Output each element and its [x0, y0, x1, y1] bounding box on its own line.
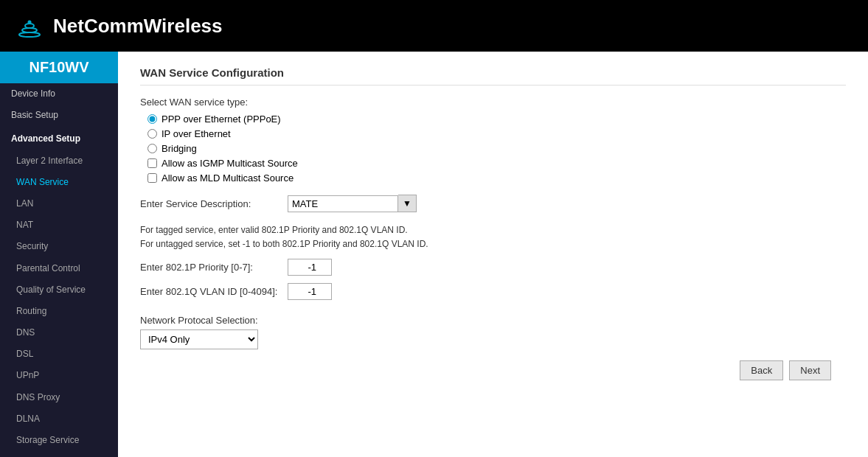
sidebar-item-layer2-interface[interactable]: Layer 2 Interface — [0, 150, 118, 172]
radio-bridging-row: Bridging — [147, 143, 846, 154]
netcomm-logo-icon — [15, 11, 44, 41]
radio-pppoe-label: PPP over Ethernet (PPPoE) — [162, 114, 281, 125]
radio-bridging-label: Bridging — [162, 143, 197, 154]
header: NetCommWireless — [0, 0, 868, 52]
sidebar-item-lan[interactable]: LAN — [0, 193, 118, 214]
sidebar-item-dns-proxy[interactable]: DNS Proxy — [0, 387, 118, 408]
content-inner: WAN Service Configuration Select WAN ser… — [118, 52, 868, 457]
back-button[interactable]: Back — [740, 360, 783, 380]
radio-group: PPP over Ethernet (PPPoE) IP over Ethern… — [147, 114, 846, 184]
info-text: For tagged service, enter valid 802.1P P… — [140, 223, 846, 251]
checkbox-igmp-label: Allow as IGMP Multicast Source — [162, 158, 298, 169]
radio-pppoe[interactable] — [147, 114, 157, 124]
wan-service-type-label: Select WAN service type: — [140, 97, 846, 108]
checkbox-mld-row: Allow as MLD Multicast Source — [147, 172, 846, 184]
wan-service-type-section: Select WAN service type: PPP over Ethern… — [140, 97, 846, 184]
network-protocol-section: Network Protocal Selection: IPv4 Only IP… — [140, 315, 846, 349]
radio-ipoe[interactable] — [147, 129, 157, 139]
content-area: WAN Service Configuration Select WAN ser… — [118, 52, 868, 457]
radio-ipoe-label: IP over Ethernet — [162, 128, 231, 139]
priority-input[interactable] — [288, 259, 332, 276]
priority-row: Enter 802.1P Priority [0-7]: — [140, 259, 846, 276]
logo-text: NetCommWireless — [53, 15, 223, 38]
device-name: NF10WV — [0, 52, 118, 83]
sidebar-item-routing[interactable]: Routing — [0, 301, 118, 322]
network-protocol-select[interactable]: IPv4 Only IPv6 Only IPv4 and IPv6 — [140, 329, 258, 349]
sidebar-item-nat[interactable]: NAT — [0, 214, 118, 236]
service-description-icon-btn[interactable]: ▼ — [398, 195, 417, 212]
sidebar-item-dsl[interactable]: DSL — [0, 343, 118, 365]
radio-ipoe-row: IP over Ethernet — [147, 128, 846, 139]
sidebar-item-dlna[interactable]: DLNA — [0, 408, 118, 430]
sidebar-item-device-info[interactable]: Device Info — [0, 83, 118, 105]
next-button[interactable]: Next — [789, 360, 831, 380]
vlan-input[interactable] — [288, 283, 332, 300]
page-title: WAN Service Configuration — [140, 66, 846, 86]
sidebar-item-dns[interactable]: DNS — [0, 322, 118, 343]
sidebar-item-advanced-setup[interactable]: Advanced Setup — [0, 126, 118, 150]
main-layout: NF10WV Device Info Basic Setup Advanced … — [0, 52, 868, 457]
checkbox-mld[interactable] — [147, 173, 157, 183]
service-description-input-wrapper: MATE ▼ — [288, 195, 417, 212]
service-description-input[interactable]: MATE — [288, 195, 398, 212]
radio-bridging[interactable] — [147, 144, 157, 153]
vlan-row: Enter 802.1Q VLAN ID [0-4094]: — [140, 283, 846, 300]
sidebar-item-parental-control[interactable]: Parental Control — [0, 258, 118, 279]
svg-point-2 — [25, 24, 34, 28]
service-description-label: Enter Service Description: — [140, 198, 288, 209]
sidebar-item-storage-service[interactable]: Storage Service — [0, 430, 118, 451]
checkbox-mld-label: Allow as MLD Multicast Source — [162, 172, 294, 184]
checkbox-igmp[interactable] — [147, 158, 157, 168]
service-description-row: Enter Service Description: MATE ▼ — [140, 195, 846, 212]
sidebar-item-wan-service[interactable]: WAN Service — [0, 172, 118, 193]
sidebar-item-quality-of-service[interactable]: Quality of Service — [0, 279, 118, 301]
network-protocol-label: Network Protocal Selection: — [140, 315, 846, 326]
bottom-bar: Back Next — [140, 349, 846, 391]
checkbox-igmp-row: Allow as IGMP Multicast Source — [147, 158, 846, 169]
sidebar-item-upnp[interactable]: UPnP — [0, 365, 118, 386]
priority-label: Enter 802.1P Priority [0-7]: — [140, 262, 288, 273]
vlan-label: Enter 802.1Q VLAN ID [0-4094]: — [140, 286, 288, 297]
svg-point-3 — [28, 21, 32, 24]
sidebar: NF10WV Device Info Basic Setup Advanced … — [0, 52, 118, 457]
radio-pppoe-row: PPP over Ethernet (PPPoE) — [147, 114, 846, 125]
sidebar-item-basic-setup[interactable]: Basic Setup — [0, 105, 118, 126]
logo: NetCommWireless — [15, 11, 223, 41]
sidebar-item-security[interactable]: Security — [0, 236, 118, 257]
sidebar-item-interface-grouping[interactable]: Interface Grouping — [0, 451, 118, 457]
